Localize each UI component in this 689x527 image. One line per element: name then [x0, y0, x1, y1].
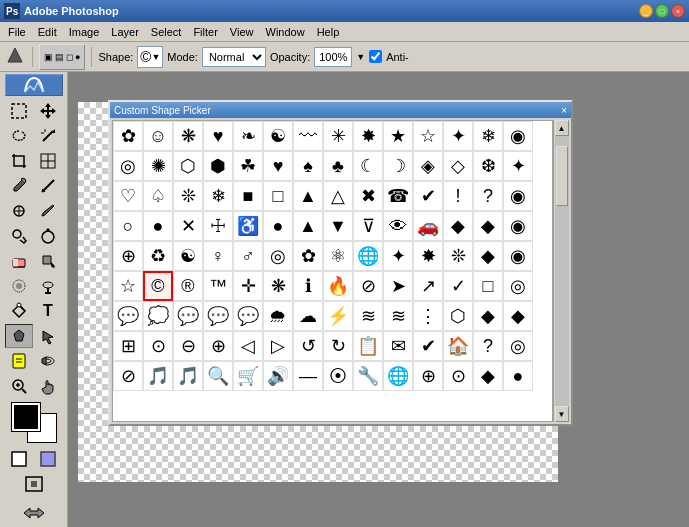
shape-cell-125[interactable]: ● — [503, 361, 533, 391]
shape-cell-21[interactable]: ♣ — [323, 151, 353, 181]
shape-cell-65[interactable]: ✦ — [383, 241, 413, 271]
shape-cell-123[interactable]: ⊙ — [443, 361, 473, 391]
shape-cell-96[interactable]: ◆ — [473, 301, 503, 331]
menu-item-window[interactable]: Window — [260, 24, 311, 40]
shape-cell-77[interactable]: 🔥 — [323, 271, 353, 301]
shapes-scrollbar[interactable]: ▲ ▼ — [553, 120, 569, 422]
shape-cell-76[interactable]: ℹ — [293, 271, 323, 301]
shape-cell-100[interactable]: ⊖ — [173, 331, 203, 361]
shape-cell-99[interactable]: ⊙ — [143, 331, 173, 361]
shape-cell-85[interactable]: 💭 — [143, 301, 173, 331]
audio-annotation-tool[interactable] — [34, 349, 62, 373]
healing-brush-tool[interactable] — [5, 199, 33, 223]
shape-cell-81[interactable]: ✓ — [443, 271, 473, 301]
anti-alias-checkbox[interactable] — [369, 50, 382, 63]
shape-cell-89[interactable]: 🌧 — [263, 301, 293, 331]
shape-cell-120[interactable]: 🔧 — [353, 361, 383, 391]
history-brush-tool[interactable] — [34, 224, 62, 248]
shape-cell-28[interactable]: ♡ — [113, 181, 143, 211]
shape-cell-46[interactable]: ♿ — [233, 211, 263, 241]
shape-cell-6[interactable]: 〰 — [293, 121, 323, 151]
shape-cell-11[interactable]: ✦ — [443, 121, 473, 151]
shape-cell-101[interactable]: ⊕ — [203, 331, 233, 361]
shape-cell-103[interactable]: ▷ — [263, 331, 293, 361]
brush-tool[interactable] — [34, 199, 62, 223]
shape-cell-44[interactable]: ✕ — [173, 211, 203, 241]
shape-cell-94[interactable]: ⋮ — [413, 301, 443, 331]
shape-selector[interactable]: © ▼ — [137, 46, 163, 68]
shape-cell-61[interactable]: ◎ — [263, 241, 293, 271]
shape-cell-0[interactable]: ✿ — [113, 121, 143, 151]
shape-cell-71[interactable]: © — [143, 271, 173, 301]
shape-cell-84[interactable]: 💬 — [113, 301, 143, 331]
shape-cell-26[interactable]: ❆ — [473, 151, 503, 181]
shape-cell-95[interactable]: ⬡ — [443, 301, 473, 331]
shape-cell-59[interactable]: ♀ — [203, 241, 233, 271]
opacity-input[interactable] — [314, 47, 352, 67]
shape-cell-112[interactable]: ⊘ — [113, 361, 143, 391]
minimize-button[interactable]: _ — [639, 4, 653, 18]
shape-cell-40[interactable]: ? — [473, 181, 503, 211]
hand-tool[interactable] — [34, 374, 62, 398]
jump-to-imageready[interactable] — [5, 501, 63, 525]
shape-cell-107[interactable]: ✉ — [383, 331, 413, 361]
shape-cell-60[interactable]: ♂ — [233, 241, 263, 271]
shape-cell-121[interactable]: 🌐 — [383, 361, 413, 391]
shape-cell-15[interactable]: ✺ — [143, 151, 173, 181]
shape-cell-102[interactable]: ◁ — [233, 331, 263, 361]
shape-cell-47[interactable]: ● — [263, 211, 293, 241]
shape-cell-36[interactable]: ✖ — [353, 181, 383, 211]
shape-cell-31[interactable]: ❄ — [203, 181, 233, 211]
shape-cell-70[interactable]: ☆ — [113, 271, 143, 301]
shape-cell-51[interactable]: 👁 — [383, 211, 413, 241]
menu-item-layer[interactable]: Layer — [105, 24, 145, 40]
shape-cell-49[interactable]: ▼ — [323, 211, 353, 241]
shape-cell-35[interactable]: △ — [323, 181, 353, 211]
shape-cell-92[interactable]: ≋ — [353, 301, 383, 331]
shape-cell-24[interactable]: ◈ — [413, 151, 443, 181]
jump-button[interactable] — [5, 501, 63, 525]
eraser-tool[interactable] — [5, 249, 33, 273]
clone-stamp-tool[interactable] — [5, 224, 33, 248]
magic-wand-tool[interactable] — [34, 124, 62, 148]
scroll-thumb[interactable] — [556, 146, 568, 206]
menu-item-edit[interactable]: Edit — [32, 24, 63, 40]
crop-tool[interactable] — [5, 149, 33, 173]
shape-cell-62[interactable]: ✿ — [293, 241, 323, 271]
shape-cell-48[interactable]: ▲ — [293, 211, 323, 241]
shape-cell-86[interactable]: 💬 — [173, 301, 203, 331]
shape-cell-42[interactable]: ○ — [113, 211, 143, 241]
menu-item-select[interactable]: Select — [145, 24, 188, 40]
shape-cell-3[interactable]: ♥ — [203, 121, 233, 151]
shape-cell-91[interactable]: ⚡ — [323, 301, 353, 331]
shape-cell-16[interactable]: ⬡ — [173, 151, 203, 181]
fill-tool[interactable] — [34, 249, 62, 273]
shape-cell-82[interactable]: □ — [473, 271, 503, 301]
shape-cell-8[interactable]: ✸ — [353, 121, 383, 151]
shape-cell-34[interactable]: ▲ — [293, 181, 323, 211]
shape-picker-close[interactable]: × — [561, 105, 567, 116]
shape-cell-55[interactable]: ◉ — [503, 211, 533, 241]
shape-cell-17[interactable]: ⬢ — [203, 151, 233, 181]
quick-mask-mode[interactable] — [34, 447, 62, 471]
shape-cell-73[interactable]: ™ — [203, 271, 233, 301]
shape-cell-72[interactable]: ® — [173, 271, 203, 301]
shape-cell-12[interactable]: ❄ — [473, 121, 503, 151]
shape-cell-110[interactable]: ? — [473, 331, 503, 361]
pen-tool[interactable] — [5, 299, 33, 323]
shape-cell-57[interactable]: ♻ — [143, 241, 173, 271]
shape-cell-79[interactable]: ➤ — [383, 271, 413, 301]
maximize-button[interactable]: □ — [655, 4, 669, 18]
custom-shape-tool-icon[interactable] — [4, 44, 26, 69]
shape-cell-74[interactable]: ✛ — [233, 271, 263, 301]
mode-select[interactable]: Normal Multiply Screen — [202, 47, 266, 67]
shape-cell-106[interactable]: 📋 — [353, 331, 383, 361]
shape-cell-13[interactable]: ◉ — [503, 121, 533, 151]
shape-cell-43[interactable]: ● — [143, 211, 173, 241]
notes-tool[interactable] — [5, 349, 33, 373]
standard-mode[interactable] — [5, 447, 33, 471]
foreground-color[interactable] — [12, 403, 40, 431]
shape-cell-20[interactable]: ♠ — [293, 151, 323, 181]
shape-cell-25[interactable]: ◇ — [443, 151, 473, 181]
shape-cell-113[interactable]: 🎵 — [143, 361, 173, 391]
